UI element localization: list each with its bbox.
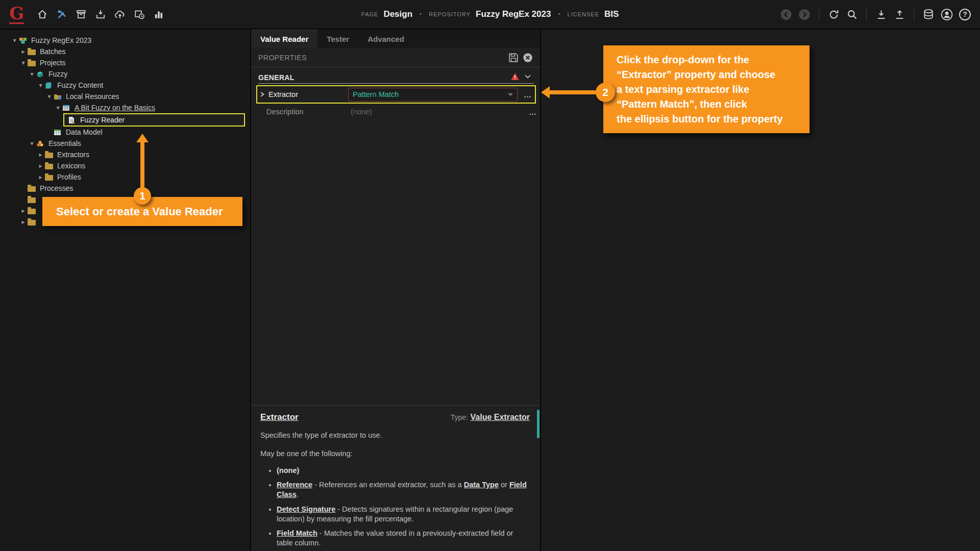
expander-icon[interactable] — [36, 171, 45, 183]
stats-chart-icon[interactable] — [153, 8, 165, 20]
data-type-link[interactable]: Data Type — [464, 481, 499, 489]
download-icon[interactable] — [875, 8, 887, 20]
tab-value-reader[interactable]: Value Reader — [251, 30, 317, 48]
description-value[interactable]: (none) — [346, 108, 526, 116]
help-bullet-list: (none) Reference - References an externa… — [265, 466, 530, 551]
scrollbar-thumb[interactable] — [537, 410, 540, 438]
tree-item-projects[interactable]: Projects — [0, 57, 250, 68]
extractor-dropdown[interactable]: Pattern Match — [348, 88, 518, 102]
tree-item-batches[interactable]: Batches — [0, 46, 250, 57]
tree-item-label: Local Resources — [66, 92, 119, 101]
essentials-icon — [36, 139, 45, 147]
property-row-extractor[interactable]: Extractor Pattern Match … — [256, 85, 536, 104]
help-icon[interactable] — [959, 9, 971, 20]
toolbar-right-icons — [780, 8, 971, 21]
folder-icon — [45, 162, 54, 170]
tab-tester[interactable]: Tester — [317, 30, 358, 48]
forward-button[interactable] — [798, 8, 811, 20]
repository-label: REPOSITORY — [429, 11, 471, 17]
general-section-label: GENERAL — [258, 73, 295, 82]
expander-icon[interactable] — [19, 216, 28, 228]
properties-toolbar: PROPERTIES — [251, 48, 540, 67]
step1-arrow-head — [136, 134, 149, 142]
tab-advanced[interactable]: Advanced — [358, 30, 413, 48]
user-account-icon[interactable] — [941, 8, 953, 20]
help-bullet-detect-signature: Detect Signature - Detects signatures wi… — [277, 505, 530, 524]
expander-icon[interactable] — [19, 46, 28, 57]
expander-icon[interactable] — [10, 35, 19, 46]
home-icon[interactable] — [36, 8, 48, 20]
folder-icon — [28, 184, 37, 192]
general-section-header[interactable]: GENERAL — [258, 68, 534, 84]
help-type-link[interactable]: Value Extractor — [471, 413, 530, 422]
expander-icon[interactable] — [19, 205, 28, 216]
help-list-intro: May be one of the following: — [260, 449, 530, 459]
tree-item-label: Extractors — [57, 151, 89, 159]
import-box-icon[interactable] — [94, 8, 107, 20]
folder-icon — [45, 173, 54, 181]
expander-icon[interactable] — [28, 68, 36, 80]
expander-icon[interactable] — [36, 149, 45, 160]
search-icon[interactable] — [846, 8, 858, 20]
tree-item-processes[interactable]: Processes — [0, 183, 250, 194]
resources-folder-icon — [54, 92, 63, 101]
tree-item-label: Processes — [40, 184, 73, 192]
tree-item-label: Fuzzy Reader — [80, 116, 125, 124]
database-icon[interactable] — [922, 8, 935, 20]
project-icon — [36, 70, 45, 78]
batch-schedule-icon[interactable] — [133, 8, 145, 20]
tree-item-fuzzy-content[interactable]: Fuzzy Content — [0, 80, 250, 91]
upload-icon[interactable] — [893, 8, 905, 20]
help-bullet-field-match: Field Match - Matches the value stored i… — [277, 529, 530, 548]
grooper-logo[interactable]: G — [9, 5, 24, 24]
warning-icon — [510, 71, 521, 82]
tree-item-extractors[interactable]: Extractors — [0, 149, 250, 160]
tree-item-a-bit-fuzzy-on-the-basics[interactable]: A Bit Fuzzy on the Basics — [0, 102, 250, 113]
folder-icon — [28, 59, 37, 67]
tree-item-data-model[interactable]: Data Model — [0, 127, 250, 138]
extractor-value: Pattern Match — [353, 90, 508, 98]
tree-item-local-resources[interactable]: Local Resources — [0, 91, 250, 102]
tree-item-fuzzy[interactable]: Fuzzy — [0, 68, 250, 80]
cancel-icon[interactable] — [523, 53, 533, 63]
step2-callout: Click the drop-down for the “Extractor” … — [603, 45, 810, 133]
content-type-icon — [45, 81, 54, 89]
property-grid-empty-area — [251, 120, 540, 405]
tree-item-fuzzy-regex-2023[interactable]: Fuzzy RegEx 2023 — [0, 35, 250, 46]
refresh-icon[interactable] — [827, 8, 840, 20]
page-label: PAGE — [361, 11, 379, 17]
help-bullet-none: (none) — [277, 466, 530, 475]
chevron-down-icon[interactable] — [524, 71, 534, 82]
page-value[interactable]: Design — [383, 9, 412, 19]
back-button[interactable] — [780, 8, 792, 20]
repository-icon — [19, 36, 28, 44]
breadcrumb: PAGE Design • REPOSITORY Fuzzy RegEx 202… — [361, 0, 619, 29]
cloud-upload-icon[interactable] — [114, 8, 126, 20]
folder-icon — [45, 151, 54, 159]
step1-arrow-shaft — [140, 142, 144, 189]
expand-property-icon[interactable] — [258, 90, 268, 98]
app-window: G PAGE Desi — [0, 0, 980, 551]
expander-icon[interactable] — [45, 91, 54, 102]
property-name: Description — [266, 108, 346, 116]
expander-icon[interactable] — [54, 102, 62, 113]
tree-item-label: Lexicons — [57, 162, 85, 170]
expander-icon[interactable] — [36, 160, 45, 171]
description-ellipsis-button[interactable]: … — [526, 108, 540, 116]
design-tools-icon[interactable] — [56, 8, 68, 20]
tree-item-lexicons[interactable]: Lexicons — [0, 160, 250, 171]
tree-item-essentials[interactable]: Essentials — [0, 138, 250, 149]
archive-box-icon[interactable] — [75, 8, 87, 20]
property-row-description[interactable]: Description (none) … — [251, 104, 540, 120]
tree-item-profiles[interactable]: Profiles — [0, 171, 250, 183]
extractor-ellipsis-button[interactable]: … — [521, 90, 535, 99]
tree-item-fuzzy-reader[interactable]: Fuzzy Reader — [0, 113, 250, 127]
save-icon[interactable] — [508, 53, 519, 63]
help-type-label: Type: — [451, 413, 468, 421]
top-toolbar: G PAGE Desi — [0, 0, 980, 30]
expander-icon[interactable] — [28, 138, 36, 149]
expander-icon[interactable] — [36, 80, 45, 91]
folder-icon — [28, 47, 37, 56]
repository-value[interactable]: Fuzzy RegEx 2023 — [476, 9, 551, 19]
expander-icon[interactable] — [19, 57, 28, 68]
